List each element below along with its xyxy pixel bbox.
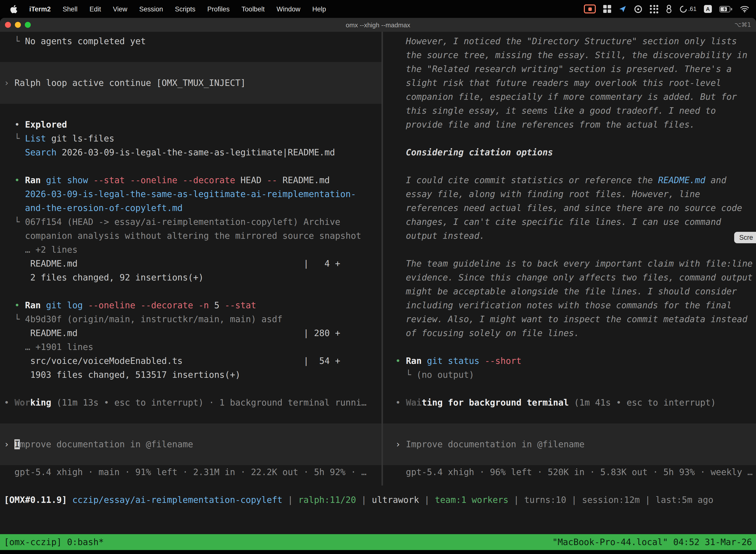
apple-menu-icon[interactable] <box>0 5 23 13</box>
screen-edge-popover[interactable]: Scre <box>734 232 756 243</box>
terminal-line <box>383 382 756 396</box>
terminal-line: of focusing solely on file lines. <box>383 326 756 340</box>
terminal-line: and-the-erosion-of-copyleft.md <box>0 201 381 215</box>
menu-items: ShellEditViewSessionScriptsProfilesToolb… <box>57 5 332 13</box>
zoom-button[interactable] <box>25 22 31 28</box>
terminal-line <box>0 284 381 298</box>
terminal-line: I could cite commit statistics or refere… <box>383 173 756 187</box>
terminal-line: review. Also, I might want to inspect th… <box>383 312 756 326</box>
terminal-area: └ No agents completed yet› Ralph loop ac… <box>0 32 756 486</box>
tmux-host-clock-label: "MacBook-Pro-44.local" 04:52 31-Mar-26 <box>552 537 752 547</box>
terminal-line <box>0 409 381 424</box>
keychain-icon[interactable] <box>666 4 673 13</box>
minimize-button[interactable] <box>15 22 21 28</box>
terminal-line: companion analysis without altering the … <box>0 229 381 243</box>
gauge-value: .61 <box>688 5 696 12</box>
send-icon[interactable] <box>619 5 627 13</box>
desktop-screen: iTerm2 ShellEditViewSessionScriptsProfil… <box>0 0 756 554</box>
menu-item-session[interactable]: Session <box>133 5 169 13</box>
terminal-line: evidence. Since this change only affects… <box>383 271 756 284</box>
terminal-line: src/voice/voiceModeEnabled.ts | 54 + <box>0 354 381 368</box>
left-prompt-input[interactable]: › Improve documentation in @filename <box>0 424 381 465</box>
terminal-line: 1903 files changed, 513517 insertions(+) <box>0 368 381 382</box>
terminal-line: └ No agents completed yet <box>0 34 381 48</box>
terminal-line: might be acceptable alongside the file l… <box>383 284 756 298</box>
macos-menu-bar: iTerm2 ShellEditViewSessionScriptsProfil… <box>0 0 756 18</box>
tmux-status-bar: [omx-cczip] 0:bash* "MacBook-Pro-44.loca… <box>0 534 756 550</box>
terminal-line: • Waiting for background terminal (1m 41… <box>383 396 756 409</box>
terminal-line: • Working (11m 13s • esc to interrupt) ·… <box>0 396 381 409</box>
battery-charging-icon[interactable] <box>719 6 733 12</box>
window-shortcut-badge: ⌥⌘1 <box>735 21 756 28</box>
menu-item-scripts[interactable]: Scripts <box>169 5 201 13</box>
terminal-line: provide file and line references from th… <box>383 118 756 131</box>
terminal-line <box>0 159 381 173</box>
terminal-line: • Explored <box>0 118 381 131</box>
menu-item-toolbelt[interactable]: Toolbelt <box>236 5 271 13</box>
menu-item-help[interactable]: Help <box>306 5 332 13</box>
window-title-bar[interactable]: omx --xhigh --madmax ⌥⌘1 <box>0 18 756 32</box>
menu-app-name[interactable]: iTerm2 <box>23 5 57 13</box>
terminal-line: changes, I can't cite specific file line… <box>383 215 756 229</box>
terminal-line: └ 067f154 (HEAD -> essay/ai-reimplementa… <box>0 215 381 229</box>
terminal-line <box>383 340 756 354</box>
ralph-loop-banner: › Ralph loop active continue [OMX_TMUX_I… <box>0 62 381 104</box>
menu-item-shell[interactable]: Shell <box>57 5 83 13</box>
terminal-line <box>383 243 756 257</box>
terminal-line: gpt-5.4 xhigh · 96% left · 520K in · 5.8… <box>383 465 756 479</box>
menu-item-view[interactable]: View <box>107 5 133 13</box>
terminal-line: • Ran git status --short <box>383 354 756 368</box>
terminal-line: 2 files changed, 92 insertions(+) <box>0 271 381 284</box>
gauge-icon[interactable]: .61 <box>680 5 696 13</box>
ring-icon[interactable] <box>634 5 643 13</box>
terminal-line: README.md | 280 + <box>0 326 381 340</box>
close-button[interactable] <box>5 22 11 28</box>
terminal-line: › Ralph loop active continue [OMX_TMUX_I… <box>0 76 381 90</box>
right-prompt-input[interactable]: › Improve documentation in @filename <box>383 424 756 465</box>
terminal-line <box>0 48 381 62</box>
terminal-line: README.md | 4 + <box>0 257 381 271</box>
terminal-line: slight risk that future readers may over… <box>383 76 756 90</box>
terminal-line <box>383 131 756 146</box>
traffic-lights <box>0 22 31 28</box>
menu-item-edit[interactable]: Edit <box>83 5 107 13</box>
terminal-line: the source tree, missing the essay. Stil… <box>383 48 756 62</box>
omx-status-bar: [OMX#0.11.9] cczip/essay/ai-reimplementa… <box>0 493 756 507</box>
terminal-line: essay file, along with finding root file… <box>383 187 756 201</box>
terminal-line: Search 2026-03-09-is-legal-the-same-as-l… <box>0 146 381 159</box>
iterm2-window: omx --xhigh --madmax ⌥⌘1 └ No agents com… <box>0 18 756 550</box>
terminal-line: companion file, especially if more comme… <box>383 90 756 104</box>
terminal-line: └ 4b9d30f (origin/main, instructkr/main,… <box>0 312 381 326</box>
input-source-icon[interactable]: A <box>704 5 712 13</box>
tmux-session-label: [omx-cczip] 0:bash* <box>4 537 104 547</box>
right-terminal-pane[interactable]: However, I noticed the "Directory Struct… <box>383 32 756 486</box>
dots-grid-icon[interactable] <box>650 5 658 13</box>
terminal-line: [OMX#0.11.9] cczip/essay/ai-reimplementa… <box>0 493 756 507</box>
terminal-line: … +1901 lines <box>0 340 381 354</box>
terminal-line: └ List git ls-files <box>0 131 381 146</box>
terminal-line <box>0 382 381 396</box>
terminal-line: this single essay, it seems like a good … <box>383 104 756 118</box>
grid-icon[interactable] <box>604 5 611 13</box>
terminal-line: › Improve documentation in @filename <box>383 437 756 451</box>
terminal-line: references need actual files, and since … <box>383 201 756 215</box>
terminal-line: └ (no output) <box>383 368 756 382</box>
terminal-line: output instead. <box>383 229 756 243</box>
menu-item-profiles[interactable]: Profiles <box>201 5 236 13</box>
terminal-line <box>383 409 756 424</box>
terminal-line: • Ran git log --oneline --decorate -n 5 … <box>0 298 381 312</box>
left-terminal-pane[interactable]: └ No agents completed yet› Ralph loop ac… <box>0 32 381 486</box>
terminal-line: Considering citation options <box>383 146 756 159</box>
terminal-line: The team guideline is to back every impo… <box>383 257 756 271</box>
terminal-line: gpt-5.4 xhigh · main · 91% left · 2.31M … <box>0 465 381 479</box>
terminal-line: 2026-03-09-is-legal-the-same-as-legitima… <box>0 187 381 201</box>
screen-record-icon[interactable] <box>584 4 596 13</box>
terminal-line <box>0 104 381 118</box>
terminal-line: • Ran git show --stat --oneline --decora… <box>0 173 381 187</box>
terminal-line: including verification notes with those … <box>383 298 756 312</box>
menu-bar-status-area: .61 A <box>584 4 756 13</box>
wifi-icon[interactable] <box>740 5 749 12</box>
terminal-line: … +2 lines <box>0 243 381 257</box>
terminal-line <box>383 159 756 173</box>
menu-item-window[interactable]: Window <box>271 5 306 13</box>
